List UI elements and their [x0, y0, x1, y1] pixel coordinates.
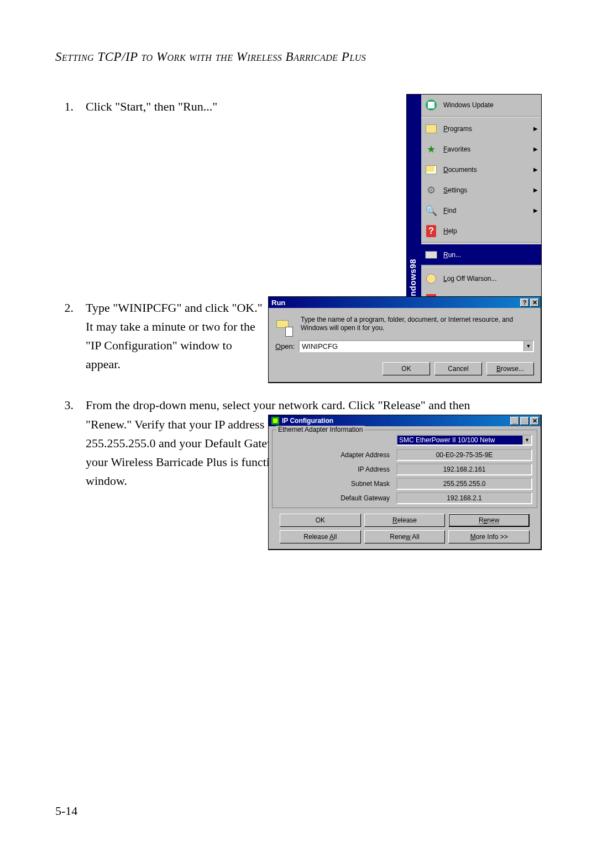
menu-label: Run...	[443, 251, 538, 259]
field-label: IP Address	[277, 466, 396, 473]
run-prompt-icon	[425, 248, 438, 262]
default-gateway-value: 192.168.2.1	[396, 492, 532, 504]
maximize-button[interactable]: □	[520, 417, 529, 425]
default-gateway-row: Default Gateway 192.168.2.1	[277, 491, 532, 505]
step-text: Type "WINIPCFG" and click "OK." It may t…	[86, 299, 263, 374]
dropdown-arrow-icon[interactable]: ▼	[522, 436, 531, 445]
submenu-arrow-icon: ▶	[533, 207, 538, 213]
ip-address-row: IP Address 192.168.2.161	[277, 462, 532, 477]
open-combobox[interactable]: ▼	[298, 340, 534, 352]
windows-stripe: Windows98	[407, 95, 421, 309]
menu-label: Find	[443, 207, 533, 215]
release-all-button[interactable]: Release All	[280, 530, 361, 543]
ip-configuration-dialog: IP Configuration _ □ ✕ Ethernet Adapter …	[268, 415, 542, 550]
subnet-mask-value: 255.255.255.0	[396, 478, 532, 490]
menu-label: Log Off Wlarson...	[443, 275, 538, 283]
dropdown-arrow-icon[interactable]: ▼	[523, 341, 533, 351]
menu-separator	[421, 116, 541, 117]
ok-button[interactable]: OK	[280, 514, 361, 527]
menu-label: Settings	[443, 186, 533, 194]
ip-address-value: 192.168.2.161	[396, 463, 532, 475]
field-label: Adapter Address	[277, 451, 396, 459]
submenu-arrow-icon: ▶	[533, 187, 538, 193]
run-title-bar: Run ? ✕	[269, 297, 541, 308]
menu-logoff[interactable]: Log Off Wlarson...	[421, 268, 541, 289]
renew-all-button[interactable]: Renew All	[364, 530, 446, 543]
menu-label: Programs	[443, 125, 533, 133]
adapter-select[interactable]: SMC EtherPower II 10/100 Netw ▼	[396, 435, 532, 446]
adapter-selected-value: SMC EtherPower II 10/100 Netw	[397, 436, 522, 445]
menu-separator	[421, 266, 541, 267]
browse-button[interactable]: Browse...	[486, 362, 534, 375]
ipcfg-app-icon	[271, 417, 279, 425]
settings-gear-icon: ⚙	[425, 184, 438, 197]
close-button[interactable]: ✕	[530, 417, 539, 425]
favorites-star-icon: ★	[425, 143, 438, 156]
ipcfg-title: IP Configuration	[282, 417, 333, 425]
adapter-address-row: Adapter Address 00-E0-29-75-35-9E	[277, 448, 532, 462]
menu-label: Help	[443, 227, 538, 235]
menu-help[interactable]: Help	[421, 221, 541, 241]
cancel-button[interactable]: Cancel	[434, 362, 482, 375]
menu-find[interactable]: 🔍 Find ▶	[421, 200, 541, 221]
run-dialog: Run ? ✕ Type the name of a program, fold…	[268, 296, 542, 383]
menu-label: Favorites	[443, 145, 533, 153]
release-button[interactable]: Release	[364, 514, 446, 527]
run-dialog-icon	[275, 319, 293, 337]
menu-separator	[421, 242, 541, 243]
submenu-arrow-icon: ▶	[533, 146, 538, 152]
step-number: 3.	[55, 396, 86, 490]
menu-run[interactable]: Run...	[421, 244, 541, 265]
logoff-key-icon	[425, 272, 438, 285]
menu-label: Windows Update	[443, 101, 538, 109]
renew-button[interactable]: Renew	[448, 514, 530, 527]
programs-icon	[425, 122, 438, 135]
adapter-info-group: Ethernet Adapter Information SMC EtherPo…	[272, 430, 537, 508]
ok-button[interactable]: OK	[383, 362, 430, 375]
menu-documents[interactable]: Documents ▶	[421, 159, 541, 180]
run-title: Run	[271, 299, 285, 307]
step-number: 1.	[55, 97, 86, 116]
step-number: 2.	[55, 299, 86, 374]
adapter-address-value: 00-E0-29-75-35-9E	[396, 449, 532, 461]
more-info-button[interactable]: More Info >>	[448, 530, 530, 543]
documents-folder-icon	[425, 163, 438, 176]
start-menu-screenshot: Windows98 Windows Update Programs ▶ ★ Fa…	[406, 94, 542, 324]
menu-label: Documents	[443, 166, 533, 174]
minimize-button[interactable]: _	[510, 417, 519, 425]
page-title: Setting TCP/IP to Work with the Wireless…	[55, 50, 542, 64]
menu-favorites[interactable]: ★ Favorites ▶	[421, 139, 541, 159]
field-label: Default Gateway	[277, 494, 396, 502]
submenu-arrow-icon: ▶	[533, 126, 538, 132]
page-number: 5-14	[55, 804, 77, 818]
find-magnifier-icon: 🔍	[425, 204, 438, 217]
open-input[interactable]	[300, 341, 523, 351]
step-text: Click "Start," then "Run..."	[86, 97, 263, 116]
menu-windows-update[interactable]: Windows Update	[421, 95, 541, 115]
subnet-mask-row: Subnet Mask 255.255.255.0	[277, 477, 532, 491]
close-button[interactable]: ✕	[530, 299, 539, 307]
menu-settings[interactable]: ⚙ Settings ▶	[421, 180, 541, 200]
ipcfg-title-bar: IP Configuration _ □ ✕	[269, 415, 541, 426]
run-description: Type the name of a program, folder, docu…	[301, 316, 534, 332]
group-legend: Ethernet Adapter Information	[276, 426, 365, 433]
help-book-icon	[425, 224, 438, 238]
open-label: Open:	[275, 342, 298, 351]
submenu-arrow-icon: ▶	[533, 166, 538, 172]
field-label: Subnet Mask	[277, 480, 396, 488]
globe-update-icon	[425, 98, 438, 112]
help-button[interactable]: ?	[520, 299, 529, 307]
menu-programs[interactable]: Programs ▶	[421, 118, 541, 139]
